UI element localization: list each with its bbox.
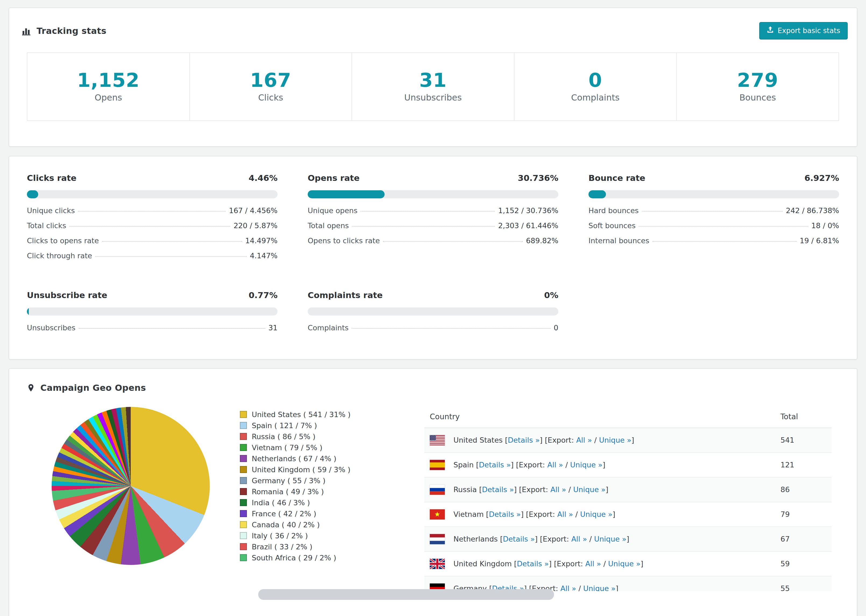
legend-item-russia: Russia ( 86 / 5% ) xyxy=(240,431,393,442)
rate-row-value: 18 / 0% xyxy=(811,222,839,230)
stat-clicks: 167Clicks xyxy=(190,53,352,120)
legend-item-vietnam: Vietnam ( 79 / 5% ) xyxy=(240,442,393,453)
geo-table-row-russia: Russia [Details »] [Export: All » / Uniq… xyxy=(424,477,831,502)
rate-value: 30.736% xyxy=(518,173,558,183)
rate-title: Opens rate xyxy=(308,173,360,183)
geo-opens-title: Campaign Geo Opens xyxy=(9,383,857,393)
legend-item-france: France ( 42 / 2% ) xyxy=(240,508,393,519)
geo-table-row-vietnam: Vietnam [Details »] [Export: All » / Uni… xyxy=(424,502,831,527)
rate-row-value: 242 / 86.738% xyxy=(786,206,839,215)
country-total: 541 xyxy=(775,428,831,453)
rate-head: Opens rate30.736% xyxy=(308,173,558,183)
rate-row-label: Hard bounces xyxy=(589,206,639,215)
legend-label: Netherlands ( 67 / 4% ) xyxy=(252,454,337,463)
legend-label: India ( 46 / 3% ) xyxy=(252,498,310,507)
export-unique-link[interactable]: Unique » xyxy=(608,559,640,568)
legend-swatch xyxy=(240,411,247,418)
rates-grid: Clicks rate4.46%Unique clicks167 / 4.456… xyxy=(27,173,839,339)
legend-swatch xyxy=(240,521,247,528)
export-unique-link[interactable]: Unique » xyxy=(570,460,602,469)
export-unique-link[interactable]: Unique » xyxy=(583,584,616,591)
export-all-link[interactable]: All » xyxy=(550,486,566,494)
rate-row-label: Opens to clicks rate xyxy=(308,237,380,245)
dotted-leader xyxy=(79,328,265,329)
export-all-link[interactable]: All » xyxy=(576,436,592,444)
tracking-stats-title: Tracking stats xyxy=(22,26,107,36)
rate-rows: Unique clicks167 / 4.456%Total clicks220… xyxy=(27,206,277,267)
progress-bar xyxy=(308,308,558,316)
stat-value: 0 xyxy=(515,69,676,91)
dotted-leader xyxy=(352,328,551,329)
details-link[interactable]: Details » xyxy=(517,559,549,568)
country-total: 67 xyxy=(775,527,831,552)
export-all-link[interactable]: All » xyxy=(561,584,576,591)
rate-row-value: 0 xyxy=(554,324,558,332)
rate-row-label: Clicks to opens rate xyxy=(27,237,99,245)
export-all-link[interactable]: All » xyxy=(585,559,601,568)
legend-item-spain: Spain ( 121 / 7% ) xyxy=(240,420,393,431)
export-unique-link[interactable]: Unique » xyxy=(580,510,612,519)
pie-legend: United States ( 541 / 31% )Spain ( 121 /… xyxy=(240,406,393,563)
rate-rows: Complaints0 xyxy=(308,324,558,339)
rate-head: Bounce rate6.927% xyxy=(589,173,839,183)
rate-head: Complaints rate0% xyxy=(308,290,558,300)
rate-row: Complaints0 xyxy=(308,324,558,339)
rate-row-label: Total opens xyxy=(308,222,349,230)
legend-item-india: India ( 46 / 3% ) xyxy=(240,497,393,508)
rate-row-value: 2,303 / 61.446% xyxy=(498,222,558,230)
map-pin-icon xyxy=(27,383,35,392)
export-all-link[interactable]: All » xyxy=(547,460,563,469)
export-all-link[interactable]: All » xyxy=(571,535,587,543)
export-unique-link[interactable]: Unique » xyxy=(599,436,631,444)
legend-label: United Kingdom ( 59 / 3% ) xyxy=(252,465,350,474)
progress-bar xyxy=(27,190,277,198)
dotted-leader xyxy=(639,226,808,226)
rate-title: Bounce rate xyxy=(589,173,645,183)
stat-label: Clicks xyxy=(190,93,352,103)
export-unique-link[interactable]: Unique » xyxy=(594,535,627,543)
rate-value: 6.927% xyxy=(805,173,839,183)
geo-table-row-united-kingdom: United Kingdom [Details »] [Export: All … xyxy=(424,552,831,576)
export-all-link[interactable]: All » xyxy=(557,510,573,519)
legend-item-united-states: United States ( 541 / 31% ) xyxy=(240,409,393,420)
details-link[interactable]: Details » xyxy=(482,486,514,494)
legend-item-canada: Canada ( 40 / 2% ) xyxy=(240,519,393,530)
dotted-leader xyxy=(78,211,226,212)
legend-label: United States ( 541 / 31% ) xyxy=(252,410,350,419)
export-icon xyxy=(767,26,774,35)
progress-bar-fill xyxy=(308,190,384,198)
details-link[interactable]: Details » xyxy=(503,535,535,543)
rate-title: Unsubscribe rate xyxy=(27,290,107,300)
flag-ru-icon xyxy=(430,485,445,495)
geo-table-row-spain: Spain [Details »] [Export: All » / Uniqu… xyxy=(424,453,831,477)
rate-rows: Hard bounces242 / 86.738%Soft bounces18 … xyxy=(589,206,839,251)
stat-bounces: 279Bounces xyxy=(677,53,839,120)
rate-row-value: 19 / 6.81% xyxy=(800,237,839,245)
geo-table-row-united-states: United States [Details »] [Export: All »… xyxy=(424,428,831,453)
legend-swatch xyxy=(240,444,247,451)
export-basic-stats-button[interactable]: Export basic stats xyxy=(759,22,848,39)
progress-bar-fill xyxy=(27,308,29,316)
dotted-leader xyxy=(102,241,242,242)
rate-row-label: Total clicks xyxy=(27,222,66,230)
geo-opens-card: Campaign Geo Opens United States ( 541 /… xyxy=(9,368,857,616)
country-text: Vietnam [Details »] [Export: All » / Uni… xyxy=(453,510,615,519)
rate-row-value: 167 / 4.456% xyxy=(229,206,277,215)
rate-row-label: Unsubscribes xyxy=(27,324,76,332)
dotted-leader xyxy=(69,226,230,226)
stat-opens: 1,152Opens xyxy=(27,53,190,120)
export-unique-link[interactable]: Unique » xyxy=(573,486,605,494)
legend-item-romania: Romania ( 49 / 3% ) xyxy=(240,486,393,497)
details-link[interactable]: Details » xyxy=(489,510,521,519)
rate-rows: Unsubscribes31 xyxy=(27,324,277,339)
rate-row-value: 689.82% xyxy=(526,237,558,245)
geo-content: United States ( 541 / 31% )Spain ( 121 /… xyxy=(9,406,857,591)
geo-opens-title-text: Campaign Geo Opens xyxy=(40,383,146,393)
stat-value: 31 xyxy=(352,69,514,91)
details-link[interactable]: Details » xyxy=(508,436,540,444)
horizontal-scrollbar[interactable] xyxy=(258,589,554,600)
details-link[interactable]: Details » xyxy=(479,460,511,469)
flag-us-icon xyxy=(430,435,445,445)
country-cell: United Kingdom [Details »] [Export: All … xyxy=(424,552,775,576)
flag-gb-icon xyxy=(430,559,445,569)
